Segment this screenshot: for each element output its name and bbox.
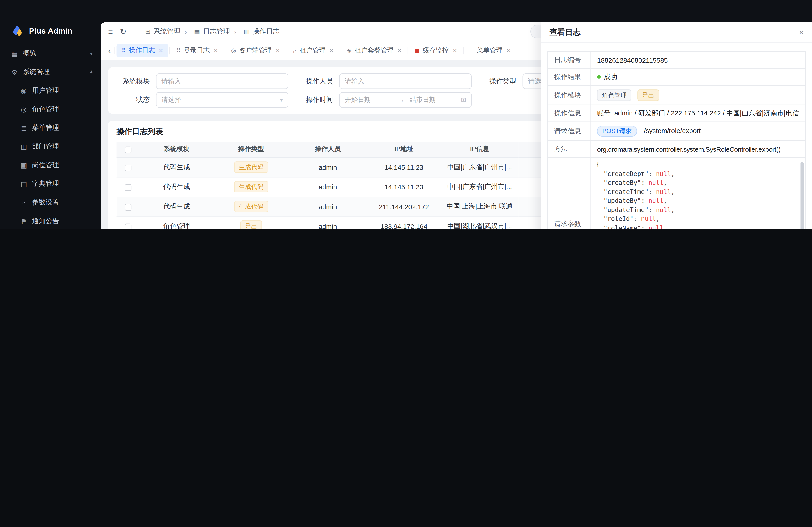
tab-client-management[interactable]: ◎ 客户端管理 × — [226, 44, 285, 57]
column-header[interactable]: 操作人员 — [289, 142, 367, 157]
brand-logo-icon — [10, 24, 24, 37]
tab-label: 登录日志 — [184, 46, 209, 55]
sidebar-item-system-management[interactable]: ⚙ 系统管理 ▾ — [4, 63, 97, 81]
tab-close-icon[interactable]: × — [398, 47, 402, 54]
tab-label: 菜单管理 — [477, 46, 503, 55]
sidebar-item-label: 系统管理 — [23, 67, 87, 76]
chevron-down-icon: ▾ — [280, 97, 283, 103]
tab-menu-management[interactable]: ≡ 菜单管理 × — [465, 44, 516, 57]
tab-close-icon[interactable]: × — [214, 47, 218, 54]
cell-operator: admin — [289, 197, 367, 216]
tab-tenant-management[interactable]: ⌂ 租户管理 × — [288, 44, 339, 57]
column-header[interactable]: 操作类型 — [214, 142, 289, 157]
filter-status-select[interactable]: 请选择 ▾ — [156, 92, 289, 108]
tab-operation-log[interactable]: ⣿ 操作日志 × — [117, 44, 168, 57]
sidebar-item-dict-management[interactable]: ▤ 字典管理 — [4, 175, 97, 193]
app-root: Plus Admin ▦ 概览 ▾ ⚙ 系统管理 ▾ — [0, 0, 812, 229]
operation-type-badge: 生成代码 — [234, 161, 269, 173]
menu-toggle-icon[interactable]: ≡ — [108, 27, 113, 36]
breadcrumb-label: 系统管理 — [154, 27, 180, 36]
cell-ip: 183.94.172.164 — [367, 216, 441, 229]
filter-module-placeholder: 请输入 — [161, 77, 282, 86]
client-management-tab-icon: ◎ — [231, 47, 236, 54]
filter-operator-input[interactable]: 请输入 — [339, 74, 472, 89]
breadcrumb-item[interactable]: › ▥ 操作日志 — [230, 27, 280, 36]
close-drawer-icon[interactable]: × — [799, 28, 804, 37]
department-management-icon: ◫ — [20, 143, 28, 150]
sidebar-item-notice-announcement[interactable]: ⚑ 通知公告 — [4, 212, 97, 229]
cell-module: 代码生成 — [140, 177, 214, 197]
operation-log-crumb-icon: ▥ — [244, 28, 249, 35]
sidebar-item-label: 菜单管理 — [32, 123, 89, 132]
brand[interactable]: Plus Admin — [0, 0, 101, 38]
request-params-code[interactable]: { "createDept": null, "createBy": null, … — [591, 158, 805, 229]
notice-announcement-icon: ⚑ — [20, 217, 28, 225]
sidebar-item-department-management[interactable]: ◫ 部门管理 — [4, 138, 97, 155]
refresh-icon[interactable]: ↻ — [120, 27, 127, 36]
cell-module: 代码生成 — [140, 197, 214, 216]
cell-ip: 211.144.202.172 — [367, 197, 441, 216]
breadcrumb-label: 操作日志 — [252, 27, 279, 36]
tab-close-icon[interactable]: × — [276, 47, 279, 54]
detail-label: 方法 — [548, 140, 591, 157]
select-all-checkbox[interactable] — [125, 146, 131, 153]
operation-log-tab-icon: ⣿ — [122, 47, 126, 54]
filter-operator-label: 操作人员 — [300, 77, 333, 86]
breadcrumb-separator: › — [185, 28, 187, 35]
filter-status-label: 状态 — [117, 95, 150, 104]
brand-name: Plus Admin — [29, 26, 73, 35]
request-url-value: /system/role/export — [644, 127, 701, 135]
tabs-scroll-left-icon[interactable]: ‹ — [104, 46, 115, 55]
view-log-drawer: 查看日志 × 日志编号 1882612840802115585 操作结果 成功 — [541, 22, 812, 229]
cell-operator: admin — [289, 157, 367, 177]
tab-close-icon[interactable]: × — [159, 47, 163, 54]
success-dot-icon — [597, 75, 601, 79]
column-header[interactable]: IP地址 — [367, 142, 441, 157]
filter-operator-placeholder: 请输入 — [345, 77, 466, 86]
breadcrumb-label: 日志管理 — [203, 27, 230, 36]
cell-ip: 14.145.11.23 — [367, 177, 441, 197]
breadcrumb-item[interactable]: › ▤ 日志管理 — [180, 27, 230, 36]
scrollbar-thumb[interactable] — [800, 162, 804, 229]
cell-module: 角色管理 — [140, 216, 214, 229]
tab-label: 租户管理 — [300, 46, 326, 55]
row-checkbox[interactable] — [125, 184, 131, 191]
filter-time-label: 操作时间 — [300, 95, 333, 104]
system-management-icon: ⚙ — [10, 68, 19, 76]
tab-cache-monitor[interactable]: ◼ 缓存监控 × — [410, 44, 462, 57]
column-header[interactable]: IP信息 — [441, 142, 518, 157]
sidebar-item-user-management[interactable]: ◉ 用户管理 — [4, 82, 97, 100]
sidebar-item-overview[interactable]: ▦ 概览 ▾ — [4, 44, 97, 62]
chevron-icon: ▾ — [90, 50, 93, 56]
filter-module-label: 系统模块 — [117, 77, 150, 86]
cell-ip-info: 中国|广东省|广州市|... — [441, 157, 518, 177]
row-checkbox[interactable] — [125, 164, 131, 171]
tab-close-icon[interactable]: × — [453, 47, 457, 54]
breadcrumb-item[interactable]: ⊞ 系统管理 — [134, 27, 180, 36]
operation-info-value: 账号: admin / 研发部门 / 222.175.114.242 / 中国|… — [591, 105, 806, 122]
sidebar-item-parameter-settings[interactable]: ◔ 参数设置 — [4, 194, 97, 211]
tab-close-icon[interactable]: × — [330, 47, 334, 54]
sidebar-item-role-management[interactable]: ◎ 角色管理 — [4, 100, 97, 118]
tab-login-log[interactable]: ⠿ 登录日志 × — [171, 44, 223, 57]
sidebar-item-post-management[interactable]: ▣ 岗位管理 — [4, 156, 97, 174]
tab-tenant-package-management[interactable]: ◈ 租户套餐管理 × — [342, 44, 407, 57]
system-management-crumb-icon: ⊞ — [145, 28, 150, 35]
cell-ip: 14.145.11.23 — [367, 157, 441, 177]
log-management-crumb-icon: ▤ — [194, 28, 200, 35]
drawer-body: 日志编号 1882612840802115585 操作结果 成功 操作模块 角色… — [541, 43, 812, 229]
tab-close-icon[interactable]: × — [507, 47, 511, 54]
tab-label: 操作日志 — [129, 46, 155, 55]
operation-type-badge: 生成代码 — [234, 201, 269, 212]
filter-time-range-input[interactable]: 开始日期 → 结束日期 ⊞ — [339, 92, 472, 108]
column-header[interactable]: 系统模块 — [140, 142, 214, 157]
module-tag: 角色管理 — [597, 90, 631, 101]
sidebar-item-label: 角色管理 — [32, 105, 89, 114]
filter-module-input[interactable]: 请输入 — [156, 74, 289, 89]
row-checkbox[interactable] — [125, 223, 131, 229]
row-checkbox[interactable] — [125, 204, 131, 211]
detail-label: 操作模块 — [548, 86, 591, 105]
menu-management-icon: ≣ — [20, 124, 28, 132]
sidebar-item-menu-management[interactable]: ≣ 菜单管理 — [4, 119, 97, 137]
sidebar-item-label: 岗位管理 — [32, 161, 89, 170]
